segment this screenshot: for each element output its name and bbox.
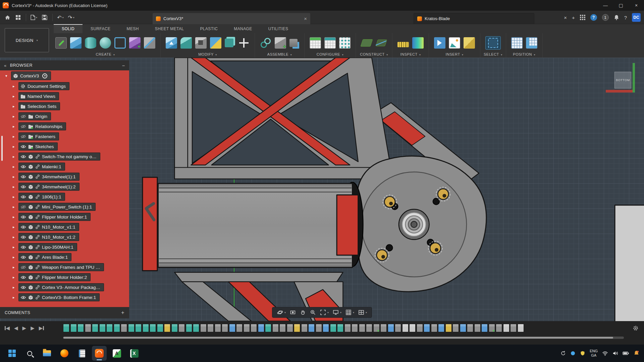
expand-arrow-icon[interactable]: ▸ — [13, 205, 18, 209]
expand-arrow-icon[interactable]: ▸ — [13, 225, 18, 229]
add-comment-icon[interactable]: + — [121, 310, 124, 316]
timeline-feature-icon[interactable] — [200, 324, 207, 332]
timeline-feature-icon[interactable] — [236, 324, 243, 332]
browser-root-item[interactable]: ▾ CortexV3 — [0, 70, 129, 81]
notification-count-badge[interactable]: 1 — [602, 14, 609, 21]
visibility-toggle[interactable] — [20, 215, 26, 219]
taskbar-firefox-icon[interactable] — [57, 346, 72, 361]
timeline-feature-icon[interactable] — [178, 324, 185, 332]
play-button[interactable]: ▶ — [22, 324, 27, 332]
taskbar-fusion-icon[interactable] — [92, 346, 107, 361]
timeline-feature-icon[interactable] — [222, 324, 228, 332]
user-avatar[interactable]: DC — [632, 13, 641, 22]
data-panel-button[interactable] — [13, 12, 23, 22]
visibility-toggle[interactable] — [20, 235, 26, 239]
timeline-feature-icon[interactable] — [85, 324, 91, 332]
timeline-feature-icon[interactable] — [308, 324, 315, 332]
taskbar-start-icon[interactable] — [5, 346, 19, 361]
timeline-feature-icon[interactable] — [323, 324, 329, 332]
grid-display-button[interactable]: ▾ — [344, 308, 356, 316]
ribbon-tab-surface[interactable]: SURFACE — [83, 24, 118, 33]
skip-to-start-button[interactable]: ◀ — [4, 324, 10, 332]
timeline-feature-icon[interactable] — [99, 324, 106, 332]
visibility-toggle[interactable] — [20, 195, 26, 199]
viewport[interactable]: BOTTOM ▾ ▾ ▾ ▾ — [0, 58, 644, 321]
timeline-feature-icon[interactable] — [258, 324, 264, 332]
timeline-feature-icon[interactable] — [417, 324, 423, 332]
view-cube[interactable]: BOTTOM — [614, 72, 631, 88]
cad-model[interactable] — [143, 58, 644, 321]
expand-arrow-icon[interactable]: ▸ — [13, 185, 18, 189]
timeline-feature-icon[interactable] — [452, 324, 459, 332]
timeline-feature-icon[interactable] — [445, 324, 452, 332]
group-label[interactable]: CREATE ▾ — [96, 51, 115, 57]
group-label[interactable]: INSPECT ▾ — [400, 51, 421, 57]
derive-tool-button[interactable] — [432, 37, 447, 49]
expand-arrow-icon[interactable]: ▸ — [13, 215, 18, 219]
expand-arrow-icon[interactable]: ▸ — [13, 295, 18, 300]
timeline-settings-gear-icon[interactable] — [633, 325, 639, 333]
skip-to-end-button[interactable]: ▶ — [38, 324, 45, 332]
timeline-feature-icon[interactable] — [467, 324, 473, 332]
undo-button[interactable]: ↶▾ — [56, 12, 65, 22]
assistant-icon[interactable]: ? — [590, 14, 597, 21]
browser-scrollbar[interactable] — [1, 136, 3, 161]
taskbar-notepad-icon[interactable] — [74, 346, 89, 361]
timeline-feature-icon[interactable] — [171, 324, 178, 332]
expand-arrow-icon[interactable]: ▸ — [13, 94, 18, 99]
step-forward-button[interactable]: ▶ — [30, 324, 35, 332]
minimize-panel-icon[interactable]: − — [122, 63, 125, 68]
sync-icon[interactable] — [560, 351, 566, 356]
visibility-toggle[interactable] — [20, 165, 26, 169]
timeline-feature-icon[interactable] — [157, 324, 163, 332]
select-tool-button[interactable] — [485, 36, 501, 50]
group-label[interactable]: SELECT ▾ — [484, 51, 502, 57]
browser-item[interactable]: ▸ Relationships — [0, 121, 129, 131]
split-tool-button[interactable] — [142, 37, 157, 49]
measure-tool-button[interactable] — [396, 38, 411, 48]
group-label[interactable]: INSERT ▾ — [445, 51, 463, 57]
timeline-feature-icon[interactable] — [352, 324, 358, 332]
orbit-button[interactable]: ▾ — [276, 308, 287, 316]
timeline-feature-icon[interactable] — [143, 324, 149, 332]
expand-arrow-icon[interactable]: ▸ — [13, 114, 18, 119]
browser-item[interactable]: ▸ Switch-The not gammy o… — [0, 152, 129, 162]
visibility-toggle[interactable] — [20, 225, 26, 229]
move-tool-button[interactable] — [236, 37, 251, 49]
timeline-feature-icon[interactable] — [373, 324, 380, 332]
timeline-feature-icon[interactable] — [438, 324, 444, 332]
ribbon-tab-sheet-metal[interactable]: SHEET METAL — [147, 24, 192, 33]
meshins-tool-button[interactable] — [462, 37, 477, 49]
timeline-feature-icon[interactable] — [193, 324, 199, 332]
visibility-toggle[interactable] — [20, 255, 26, 259]
timeline-feature-icon[interactable] — [489, 324, 495, 332]
shell-tool-button[interactable] — [194, 37, 208, 49]
fit-button[interactable]: ▾ — [319, 308, 330, 316]
timeline-scrollbar[interactable] — [63, 337, 624, 339]
timeline-feature-icon[interactable] — [496, 324, 502, 332]
cyl-tool-button[interactable] — [83, 37, 98, 49]
browser-item[interactable]: ▸ Document Settings — [0, 81, 129, 91]
sketch-tool-button[interactable] — [54, 37, 68, 49]
save-button[interactable] — [40, 12, 49, 22]
tablecfg-tool-button[interactable] — [323, 37, 337, 49]
visibility-toggle[interactable] — [20, 115, 26, 118]
pos1-tool-button[interactable] — [509, 37, 524, 49]
press-tool-button[interactable] — [164, 37, 179, 49]
timeline-feature-icon[interactable] — [265, 324, 271, 332]
ribbon-tab-manage[interactable]: MANAGE — [226, 24, 260, 33]
timeline-feature-icon[interactable] — [229, 324, 235, 332]
home-button[interactable] — [3, 12, 12, 22]
timeline-feature-icon[interactable] — [316, 324, 322, 332]
minimize-button[interactable]: — — [598, 0, 613, 11]
group-label[interactable]: CONSTRUCT ▾ — [360, 51, 388, 57]
add-tab-icon[interactable]: + — [572, 15, 575, 20]
expand-arrow-icon[interactable]: ▸ — [13, 175, 18, 179]
ribbon-tab-mesh[interactable]: MESH — [119, 24, 147, 33]
sphere-tool-button[interactable] — [98, 37, 113, 49]
timeline-feature-icon[interactable] — [244, 324, 250, 332]
browser-item[interactable]: ▸ Fasteners — [0, 131, 129, 141]
help-icon[interactable]: ? — [624, 15, 627, 20]
taskbar-search-icon[interactable] — [22, 346, 37, 361]
timeline-feature-icon[interactable] — [121, 324, 127, 332]
